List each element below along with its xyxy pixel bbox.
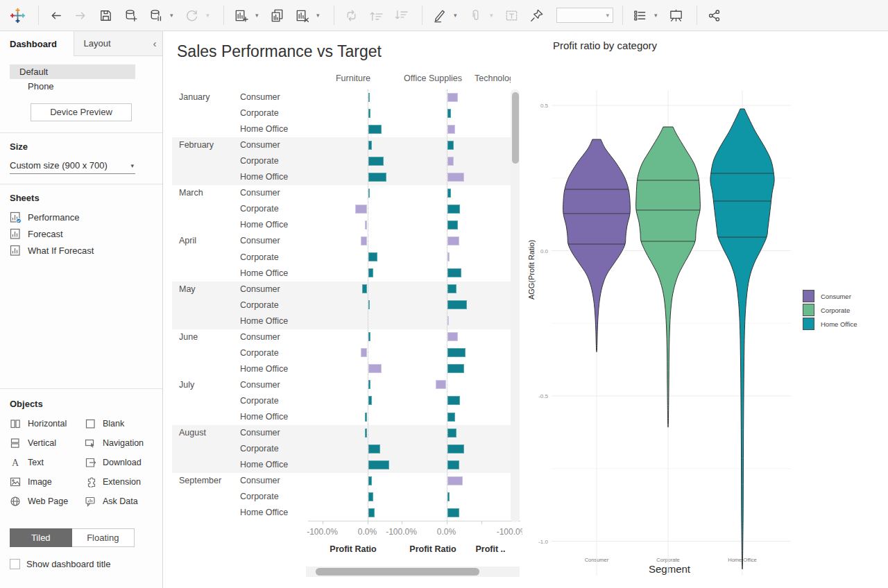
bar-mark[interactable] <box>447 189 451 198</box>
floating-button[interactable]: Floating <box>72 528 135 547</box>
bar-mark[interactable] <box>365 429 367 438</box>
bar-mark[interactable] <box>368 396 372 405</box>
legend-item-consumer[interactable]: Consumer <box>803 289 857 303</box>
horizontal-scrollbar-thumb[interactable] <box>316 568 479 576</box>
bar-mark[interactable] <box>447 300 468 309</box>
bar-mark[interactable] <box>447 396 461 405</box>
bar-mark[interactable] <box>447 93 458 102</box>
bar-mark[interactable] <box>368 268 373 277</box>
device-item-default[interactable]: Default <box>10 64 135 79</box>
object-item-extension[interactable]: Extension <box>85 472 160 492</box>
bar-mark[interactable] <box>362 284 367 293</box>
bar-mark[interactable] <box>368 157 384 166</box>
checkbox-box[interactable] <box>10 559 20 569</box>
presentation-mode-icon[interactable] <box>665 4 686 26</box>
legend-item-home-office[interactable]: Home Office <box>803 317 857 331</box>
text-label-icon[interactable] <box>501 4 522 26</box>
new-worksheet-icon[interactable] <box>230 4 251 26</box>
legend-item-corporate[interactable]: Corporate <box>803 303 857 317</box>
bar-mark[interactable] <box>368 189 370 198</box>
bar-mark[interactable] <box>447 205 461 214</box>
add-data-source-icon[interactable] <box>120 4 141 26</box>
bar-mark[interactable] <box>368 492 374 501</box>
bar-mark[interactable] <box>368 364 382 373</box>
violin-corporate[interactable] <box>636 127 701 427</box>
size-dropdown[interactable]: Custom size (900 x 700) ▾ <box>10 159 135 174</box>
bar-mark[interactable] <box>361 348 368 357</box>
bar-mark[interactable] <box>447 220 459 230</box>
swap-rows-columns-icon[interactable] <box>341 4 361 26</box>
sidebar-collapse-button[interactable]: ‹ <box>147 31 162 56</box>
bar-mark[interactable] <box>368 173 386 182</box>
bar-mark[interactable] <box>447 476 463 485</box>
group-members-icon[interactable] <box>465 4 486 26</box>
highlight-icon[interactable] <box>429 4 450 26</box>
new-worksheet-dropdown-caret[interactable]: ▾ <box>255 12 264 19</box>
bar-mark[interactable] <box>447 364 464 373</box>
device-item-phone[interactable]: Phone <box>10 79 135 94</box>
object-item-vertical[interactable]: Vertical <box>10 433 85 453</box>
bar-mark[interactable] <box>447 413 456 422</box>
bar-mark[interactable] <box>368 141 372 150</box>
bar-mark[interactable] <box>368 444 381 453</box>
bar-mark[interactable] <box>368 332 371 341</box>
tab-layout[interactable]: Layout <box>74 31 148 56</box>
bar-mark[interactable] <box>447 125 455 134</box>
bar-mark[interactable] <box>447 444 465 453</box>
vertical-scrollbar-thumb[interactable] <box>512 92 519 164</box>
bar-mark[interactable] <box>355 205 367 214</box>
violin-consumer[interactable] <box>563 139 631 352</box>
redo-icon[interactable] <box>70 4 91 26</box>
clear-sheet-dropdown-caret[interactable]: ▾ <box>316 12 325 19</box>
bar-mark[interactable] <box>436 380 447 389</box>
bar-mark[interactable] <box>447 236 459 245</box>
bar-mark[interactable] <box>447 508 459 517</box>
bar-mark[interactable] <box>447 173 464 182</box>
bar-mark[interactable] <box>447 492 450 501</box>
object-item-text[interactable]: AText <box>10 453 85 472</box>
bar-mark[interactable] <box>368 125 382 134</box>
bar-mark[interactable] <box>368 380 370 389</box>
bar-mark[interactable] <box>447 348 466 357</box>
sort-ascending-icon[interactable] <box>366 4 386 26</box>
bar-mark[interactable] <box>368 460 389 469</box>
bar-mark[interactable] <box>365 220 367 230</box>
object-item-ask-data[interactable]: Ask Data <box>85 492 160 511</box>
share-workbook-icon[interactable] <box>703 4 724 26</box>
object-item-navigation[interactable]: Navigation <box>85 433 160 453</box>
bar-mark[interactable] <box>447 429 457 438</box>
bar-mark[interactable] <box>447 316 449 325</box>
show-hide-cards-dropdown-caret[interactable]: ▾ <box>654 12 663 19</box>
highlight-dropdown-caret[interactable]: ▾ <box>454 12 462 19</box>
save-icon[interactable] <box>95 4 116 26</box>
violin-home-office[interactable] <box>710 109 774 569</box>
bar-mark[interactable] <box>447 460 460 469</box>
show-dashboard-title-checkbox[interactable]: Show dashboard title <box>10 559 110 569</box>
sheet-item-forecast[interactable]: Forecast <box>0 225 162 242</box>
clear-sheet-icon[interactable] <box>291 4 312 26</box>
bar-mark[interactable] <box>365 413 368 422</box>
object-item-download[interactable]: Download <box>85 453 160 472</box>
bar-mark[interactable] <box>368 93 370 102</box>
toolbar-combobox[interactable]: ▾ <box>556 8 613 23</box>
bar-mark[interactable] <box>361 236 368 245</box>
bar-mark[interactable] <box>447 157 454 166</box>
bar-mark[interactable] <box>447 109 451 118</box>
pause-auto-updates-icon[interactable] <box>145 4 166 26</box>
bar-mark[interactable] <box>368 109 371 118</box>
object-item-horizontal[interactable]: Horizontal <box>10 414 85 433</box>
bar-mark[interactable] <box>447 268 462 277</box>
run-update-dropdown-caret[interactable]: ▾ <box>206 12 214 19</box>
object-item-web-page[interactable]: Web Page <box>10 492 85 511</box>
sort-descending-icon[interactable] <box>391 4 411 26</box>
bar-mark[interactable] <box>447 284 456 293</box>
bar-mark[interactable] <box>447 252 450 261</box>
tab-dashboard[interactable]: Dashboard <box>0 31 74 56</box>
object-item-blank[interactable]: Blank <box>85 414 160 433</box>
object-item-image[interactable]: Image <box>10 472 85 492</box>
bar-mark[interactable] <box>368 252 377 261</box>
tiled-button[interactable]: Tiled <box>10 528 72 547</box>
fix-axes-icon[interactable] <box>526 4 547 26</box>
bar-mark[interactable] <box>368 508 375 517</box>
undo-icon[interactable] <box>45 4 66 26</box>
